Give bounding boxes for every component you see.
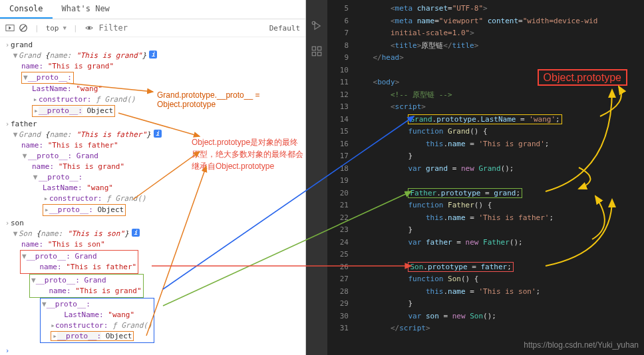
chevron-right-icon[interactable]: ▸ (43, 193, 49, 204)
debug-icon[interactable] (311, 20, 323, 32)
line-number: 21 (327, 199, 349, 212)
line-number: 29 (327, 298, 349, 310)
chevron-down-icon[interactable]: ▼ (21, 151, 28, 162)
svg-rect-7 (318, 47, 321, 50)
line-number: 15 (327, 126, 349, 138)
line-number: 16 (327, 138, 349, 151)
line-number: 10 (327, 64, 349, 77)
line-number: 23 (327, 224, 349, 237)
chevron-down-icon[interactable]: ▼ (32, 172, 39, 183)
chevron-right-icon[interactable]: › (4, 119, 11, 130)
separator: | (35, 24, 39, 33)
chevron-down-icon[interactable]: ▼ (12, 130, 19, 140)
chevron-right-icon[interactable]: ▸ (45, 205, 49, 214)
line-gutter: 5678910111213141516171819202122232425262… (327, 0, 355, 355)
annotation-red: Object.prototype是对象的最终原型，绝大多数对象的最终都会继承自O… (192, 136, 305, 172)
proto-box-blue: ▼__proto__: LastName: "wang" ▸constructo… (40, 298, 154, 343)
filter-input[interactable] (98, 22, 265, 34)
chevron-down-icon[interactable]: ▼ (12, 51, 19, 61)
separator: | (73, 24, 78, 33)
proto-box: ▸__proto__: Object (32, 105, 115, 117)
line-number: 12 (327, 89, 349, 102)
prop-name: LastName: (43, 183, 82, 193)
clear-icon[interactable] (19, 23, 28, 33)
prompt-icon[interactable]: › (4, 346, 11, 352)
svg-rect-9 (318, 53, 321, 56)
line-number: 5 (327, 3, 349, 15)
object-header[interactable]: Grand {name: "This is father"} (19, 130, 151, 140)
context-dropdown[interactable]: top (46, 24, 59, 33)
prop-name: name: (21, 61, 43, 72)
line-number: 17 (327, 150, 349, 163)
chevron-right-icon[interactable]: › (4, 218, 11, 229)
object-header[interactable]: Grand {name: "This is grand"} (19, 51, 146, 61)
prop-name: constructor: (39, 94, 91, 105)
line-number: 26 (327, 261, 349, 274)
chevron-down-icon: ▼ (63, 25, 67, 31)
chevron-right-icon[interactable]: › (4, 40, 11, 51)
line-number: 22 (327, 212, 349, 225)
line-number: 24 (327, 237, 349, 249)
svg-line-2 (21, 26, 26, 31)
prop-proto: __proto__: (39, 172, 82, 183)
svg-marker-4 (315, 23, 320, 30)
annotation-orange: Grand.prototype.__proto__ = Object.proto… (157, 90, 305, 109)
info-icon[interactable]: i (132, 229, 140, 237)
prop-name: name: (32, 162, 54, 172)
line-number: 27 (327, 273, 349, 286)
levels-dropdown[interactable]: Default (269, 24, 300, 33)
line-number: 28 (327, 286, 349, 298)
watermark: https://blog.csdn.net/Yuki_yuhan (524, 339, 639, 352)
info-icon[interactable]: i (149, 51, 157, 59)
chevron-right-icon[interactable]: ▸ (32, 94, 39, 105)
proto-box: ▼__proto__: (21, 72, 74, 84)
svg-rect-6 (312, 47, 315, 50)
line-number: 11 (327, 76, 349, 89)
line-number: 31 (327, 322, 349, 335)
chevron-down-icon[interactable]: ▼ (22, 252, 27, 261)
chevron-down-icon[interactable]: ▼ (42, 300, 47, 308)
object-header[interactable]: Son {name: "This is son"} (19, 229, 129, 239)
play-icon[interactable] (5, 23, 15, 33)
prop-name: constructor: (49, 193, 102, 204)
devtools-tabs: Console What's New (0, 0, 305, 19)
code-area[interactable]: Object.prototype <meta charset="UTF-8"> … (355, 0, 644, 355)
tab-whatsnew[interactable]: What's New (53, 0, 119, 19)
line-number: 7 (327, 27, 349, 40)
proto-box: ▸__proto__: Object (43, 204, 126, 216)
chevron-right-icon[interactable]: ▸ (34, 106, 39, 115)
line-number: 8 (327, 40, 349, 53)
console-toolbar: | top ▼ | Default (0, 19, 305, 37)
tab-console[interactable]: Console (0, 0, 53, 19)
editor-panel: 5678910111213141516171819202122232425262… (306, 0, 644, 355)
proto-box-red: ▼__proto__: Grand name: "This is father" (20, 250, 138, 274)
info-icon[interactable]: i (154, 130, 162, 138)
line-number: 18 (327, 163, 349, 176)
prop-name: name: (21, 239, 43, 250)
console-input: father (11, 119, 37, 130)
extensions-icon[interactable] (311, 45, 323, 57)
devtools-panel: Console What's New | top ▼ | Default ›gr… (0, 0, 306, 355)
prop-value: "This is son" (48, 239, 105, 250)
console-input: grand (11, 40, 33, 51)
svg-rect-8 (312, 53, 315, 56)
eye-icon[interactable] (84, 23, 94, 33)
prop-value: "wang" (86, 183, 113, 193)
chevron-down-icon[interactable]: ▼ (31, 276, 36, 285)
svg-point-3 (88, 27, 90, 29)
prop-name: LastName: (32, 84, 72, 94)
line-number: 6 (327, 15, 349, 28)
console-input: son (11, 218, 24, 229)
prop-value: "This is grand" (48, 61, 114, 72)
chevron-down-icon[interactable]: ▼ (23, 73, 28, 82)
line-number: 19 (327, 175, 349, 187)
line-number: 20 (327, 187, 349, 200)
prop-value: "This is grand" (59, 162, 124, 172)
line-number: 25 (327, 249, 349, 261)
prop-value: "wang" (76, 84, 102, 94)
line-number: 13 (327, 101, 349, 114)
prop-value: ƒ Grand() (106, 193, 146, 204)
line-number: 9 (327, 52, 349, 64)
chevron-down-icon[interactable]: ▼ (12, 229, 19, 239)
console-output: ›grand ▼Grand {name: "This is grand"}i n… (0, 37, 305, 352)
